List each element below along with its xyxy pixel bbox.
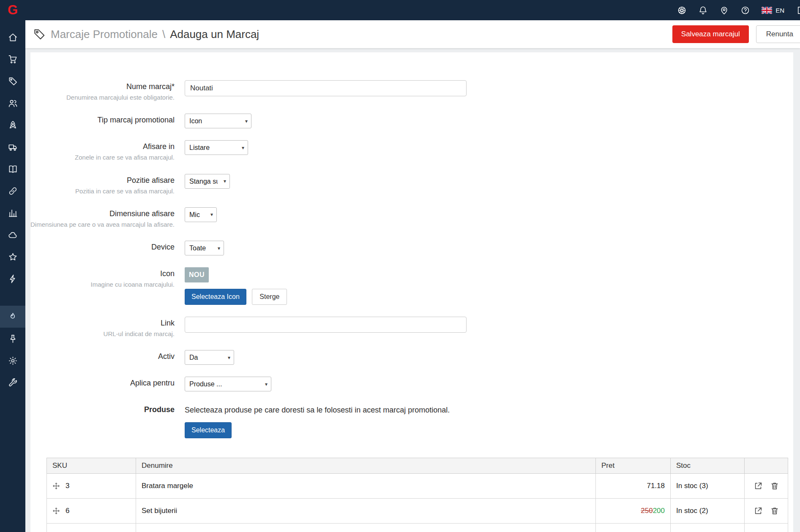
display-in-help: Zonele in care se va afisa marcajul. <box>30 153 175 162</box>
sidebar-item-pinned[interactable] <box>0 328 25 350</box>
sidebar-item-shipping[interactable] <box>0 136 25 158</box>
device-select[interactable]: Toate <box>185 241 224 255</box>
icon-help: Imagine cu icoana marcajului. <box>30 280 175 289</box>
home-icon <box>8 33 18 42</box>
delete-product-icon[interactable] <box>770 481 779 491</box>
topbar: G <box>0 0 800 20</box>
sidebar-item-home[interactable] <box>0 26 25 48</box>
cloud-icon <box>8 230 18 240</box>
delete-product-icon[interactable] <box>770 506 779 516</box>
name-input[interactable] <box>185 80 467 96</box>
location-pin-icon[interactable] <box>719 5 729 15</box>
tag-icon <box>8 76 18 86</box>
price-cell: 71.18 <box>596 474 671 499</box>
truck-icon <box>8 142 18 152</box>
header-name: Denumire <box>136 458 596 474</box>
drag-handle-icon[interactable] <box>52 482 60 490</box>
name-help: Denumirea marcajului este obligatorie. <box>30 93 175 102</box>
breadcrumb-parent[interactable]: Marcaje Promotionale <box>51 28 158 41</box>
product-name: Bratara margele <box>136 474 596 499</box>
sidebar-item-marketing[interactable] <box>0 114 25 136</box>
link-icon <box>8 186 18 196</box>
position-help: Pozitia in care se va afisa marcajul. <box>30 187 175 195</box>
header-actions <box>745 458 788 474</box>
logout-icon[interactable] <box>796 5 800 15</box>
bell-icon[interactable] <box>698 5 708 15</box>
form-row-link: Link URL-ul indicat de marcaj. <box>30 316 793 338</box>
active-label: Activ <box>30 352 175 361</box>
size-label: Dimensiune afisare <box>30 209 175 218</box>
open-product-icon[interactable] <box>754 506 763 516</box>
main-area: Marcaje Promotionale \ Adauga un Marcaj … <box>25 0 800 532</box>
device-label: Device <box>30 243 175 252</box>
sidebar-item-catalog[interactable] <box>0 158 25 180</box>
display-in-select[interactable]: Listare <box>185 140 248 155</box>
form-row-apply-to: Aplica pentru Produse ... ▾ <box>30 376 793 391</box>
content: Nume marcaj* Denumirea marcajului este o… <box>25 48 800 532</box>
breadcrumb-separator: \ <box>162 28 165 41</box>
apply-to-select[interactable]: Produse ... <box>185 377 271 391</box>
sidebar-item-reviews[interactable] <box>0 246 25 268</box>
page-header: Marcaje Promotionale \ Adauga un Marcaj … <box>25 20 800 48</box>
sidebar-item-settings[interactable] <box>0 350 25 372</box>
sku-value: 6 <box>66 507 69 515</box>
type-select[interactable]: Icon <box>185 114 251 128</box>
sidebar-item-products[interactable] <box>0 70 25 92</box>
sidebar-item-integrations[interactable] <box>0 180 25 202</box>
sidebar-item-reports[interactable] <box>0 202 25 224</box>
position-select[interactable]: Stanga sus <box>185 174 230 189</box>
fire-icon <box>8 312 18 322</box>
product-name: Cercei <box>136 524 596 532</box>
sidebar-item-automations[interactable] <box>0 268 25 290</box>
delete-icon-button[interactable]: Sterge <box>252 289 287 305</box>
sidebar-item-orders[interactable] <box>0 48 25 70</box>
topbar-actions: EN <box>677 5 800 15</box>
select-products-button[interactable]: Selecteaza <box>185 422 232 438</box>
star-icon <box>8 252 18 262</box>
form-row-position: Pozitie afisare Pozitia in care se va af… <box>30 173 793 195</box>
open-product-icon[interactable] <box>754 481 763 491</box>
header-stock: Stoc <box>671 458 745 474</box>
type-label: Tip marcaj promotional <box>30 116 175 125</box>
form-row-products: Produse Selecteaza produse pe care dores… <box>30 402 793 438</box>
language-switcher[interactable]: EN <box>762 7 784 14</box>
sidebar-item-promotions[interactable] <box>0 306 25 328</box>
link-label: Link <box>30 319 175 328</box>
drag-handle-icon[interactable] <box>52 507 60 515</box>
apps-wheel-icon[interactable] <box>677 5 687 15</box>
sidebar-item-clients[interactable] <box>0 92 25 114</box>
stock-value: In stoc (300) <box>671 524 745 532</box>
sidebar-item-tools[interactable] <box>0 372 25 394</box>
chart-icon <box>8 208 18 218</box>
select-icon-button[interactable]: Selecteaza Icon <box>185 289 246 305</box>
link-input[interactable] <box>185 317 467 333</box>
form-row-icon: Icon Imagine cu icoana marcajului. NOU S… <box>30 266 793 305</box>
help-icon[interactable] <box>740 5 750 15</box>
new-price: 200 <box>653 507 665 515</box>
form-row-name: Nume marcaj* Denumirea marcajului este o… <box>30 79 793 102</box>
link-help: URL-ul indicat de marcaj. <box>30 330 175 338</box>
old-price: 250 <box>641 507 653 515</box>
cancel-button[interactable]: Renunta <box>756 25 800 43</box>
form-row-size: Dimensiune afisare Dimensiunea pe care o… <box>30 206 793 229</box>
sidebar-item-apps[interactable] <box>0 224 25 246</box>
apply-to-label: Aplica pentru <box>30 379 175 388</box>
table-row: 10 Cercei 50.84 In stoc (300) <box>47 524 788 532</box>
uk-flag-icon <box>762 7 772 14</box>
form-row-device: Device Toate ▾ <box>30 240 793 255</box>
users-icon <box>8 98 18 108</box>
wrench-icon <box>8 378 18 388</box>
products-table: SKU Denumire Pret Stoc <box>46 458 788 532</box>
table-header-row: SKU Denumire Pret Stoc <box>47 458 788 474</box>
save-marker-button[interactable]: Salveaza marcajul <box>672 25 749 43</box>
price-cell: 250200 <box>596 499 671 524</box>
app-logo[interactable]: G <box>0 3 25 18</box>
price-cell: 50.84 <box>596 524 671 532</box>
name-label: Nume marcaj* <box>30 82 175 91</box>
form-card: Nume marcaj* Denumirea marcajului este o… <box>30 52 793 532</box>
size-select[interactable]: Mic <box>185 207 217 222</box>
sidebar-divider <box>0 290 25 306</box>
size-help: Dimensiunea pe care o va avea marcajul l… <box>30 220 175 229</box>
price: 71.18 <box>647 482 665 490</box>
active-select[interactable]: Da <box>185 350 234 365</box>
